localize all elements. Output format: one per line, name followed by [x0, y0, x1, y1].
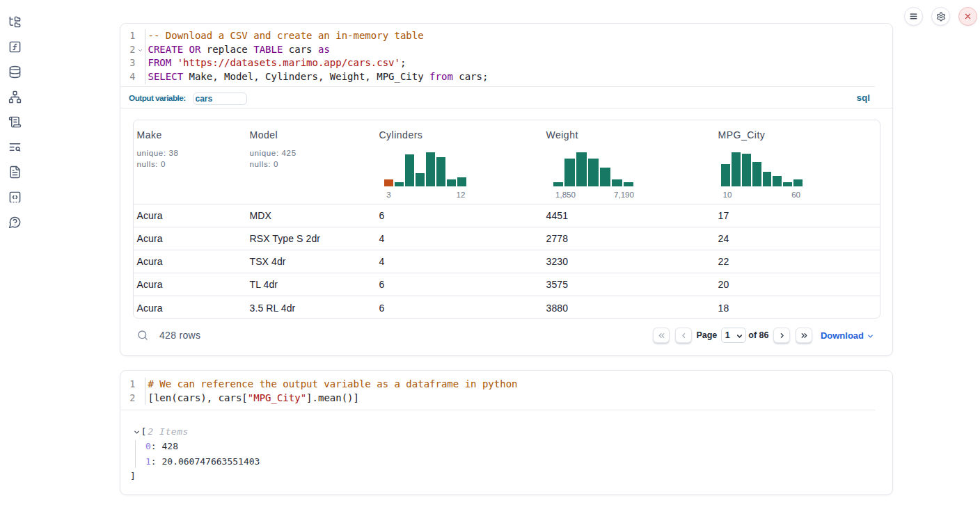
- table-row[interactable]: Acura3.5 RL 4dr6388018: [134, 296, 880, 319]
- tree-item-value: : 20.060747663551403: [151, 456, 260, 467]
- gear-icon: [936, 12, 946, 22]
- code-editor-python[interactable]: 1# We can reference the output variable …: [120, 371, 892, 410]
- code-line: 2[len(cars), cars["MPG_City"].mean()]: [120, 392, 892, 405]
- code-line: 2CREATE OR replace TABLE cars as: [120, 43, 892, 57]
- table-cell: TL 4dr: [246, 279, 376, 290]
- column-header-Cylinders[interactable]: Cylinders312: [376, 120, 543, 204]
- table-cell: 20: [715, 279, 880, 290]
- code-text: SELECT Make, Model, Cylinders, Weight, M…: [145, 70, 489, 84]
- code-line: 1-- Download a CSV and create an in-memo…: [120, 29, 892, 43]
- notebook-cell-sql: 1-- Download a CSV and create an in-memo…: [120, 23, 893, 356]
- table-cell: 4451: [543, 210, 715, 221]
- search-icon[interactable]: [137, 330, 148, 341]
- histogram-bar: [600, 168, 610, 186]
- table-cell: Acura: [134, 303, 246, 314]
- row-count: 428 rows: [159, 330, 200, 341]
- code-output-divider: [120, 410, 875, 410]
- tree-item: 1: 20.060747663551403: [120, 454, 892, 469]
- tree-root-row[interactable]: [2 Items: [120, 424, 892, 439]
- gutter-fold-area: [136, 70, 145, 84]
- histogram-bar: [752, 162, 761, 186]
- sidebar-item-file-explorer[interactable]: [8, 15, 22, 29]
- table-cell: Acura: [134, 233, 246, 244]
- sidebar-item-logs[interactable]: [8, 115, 22, 129]
- sidebar-item-documentation[interactable]: [8, 166, 22, 179]
- code-editor-sql[interactable]: 1-- Download a CSV and create an in-memo…: [120, 24, 892, 89]
- table-row[interactable]: AcuraRSX Type S 2dr4277824: [134, 227, 880, 250]
- histogram-bar: [384, 179, 393, 186]
- network-icon: [8, 90, 22, 104]
- table-cell: 6: [376, 210, 543, 221]
- tree-item-index: 1: [145, 456, 151, 467]
- chevron-down-icon[interactable]: [133, 428, 141, 436]
- sidebar-item-data-sources[interactable]: [8, 65, 22, 79]
- table-cell: 17: [715, 210, 880, 221]
- download-button[interactable]: Download: [821, 330, 874, 341]
- table-row[interactable]: AcuraTL 4dr6357520: [134, 273, 880, 296]
- table-body: AcuraMDX6445117AcuraRSX Type S 2dr427782…: [134, 204, 880, 319]
- histogram-bar: [783, 182, 792, 186]
- folder-tree-icon: [8, 15, 22, 29]
- gutter-fold-area: [136, 392, 145, 405]
- axis-max-label: 60: [791, 190, 800, 199]
- table-footer: 428 rows Page 1 of 86 Download: [133, 324, 880, 346]
- prev-page-button[interactable]: [675, 328, 692, 343]
- axis-min-label: 3: [386, 190, 390, 199]
- gutter-fold-area: [136, 378, 145, 392]
- settings-button[interactable]: [931, 7, 950, 26]
- tree-item-index: 0: [145, 441, 151, 451]
- language-badge[interactable]: sql: [856, 93, 870, 102]
- histogram-bar: [793, 179, 803, 186]
- column-header-Model[interactable]: Modelunique: 425nulls: 0: [246, 120, 376, 204]
- page-select[interactable]: 1: [721, 328, 746, 343]
- column-histogram[interactable]: [384, 152, 468, 186]
- column-name: Model: [250, 129, 371, 140]
- output-variable-input[interactable]: [193, 92, 247, 105]
- chevron-down-icon: [867, 332, 874, 340]
- axis-min-label: 10: [723, 190, 732, 199]
- code-text: -- Download a CSV and create an in-memor…: [145, 29, 424, 43]
- column-header-Make[interactable]: Makeunique: 38nulls: 0: [134, 120, 246, 204]
- tree-close-bracket: ]: [120, 469, 892, 483]
- last-page-button[interactable]: [796, 328, 812, 343]
- notebook-cell-python: 1# We can reference the output variable …: [120, 370, 893, 495]
- sidebar-item-dependency-graph[interactable]: [8, 90, 22, 104]
- table-cell: 3880: [543, 303, 715, 314]
- column-histogram[interactable]: [553, 152, 635, 186]
- table-cell: 24: [715, 233, 880, 244]
- table-cell: 6: [376, 303, 543, 314]
- column-histogram[interactable]: [721, 152, 804, 186]
- histogram-bar: [436, 157, 445, 186]
- table-cell: 2778: [543, 233, 715, 244]
- tree-item: 0: 428: [120, 439, 892, 453]
- histogram-bar: [773, 176, 782, 186]
- shutdown-button[interactable]: [958, 7, 977, 26]
- sidebar-item-variables[interactable]: [8, 40, 22, 54]
- download-label: Download: [821, 330, 864, 341]
- gutter-fold-area: [136, 56, 145, 70]
- table-row[interactable]: AcuraMDX6445117: [134, 204, 880, 227]
- scroll-text-icon: [8, 115, 22, 129]
- notebook-menu-button[interactable]: [904, 7, 923, 26]
- table-row[interactable]: AcuraTSX 4dr4323022: [134, 250, 880, 273]
- sidebar-item-help[interactable]: [8, 216, 22, 230]
- table-cell: TSX 4dr: [246, 256, 376, 267]
- first-page-button[interactable]: [653, 328, 670, 343]
- next-page-button[interactable]: [773, 328, 790, 343]
- histogram-bar: [416, 173, 425, 186]
- column-header-MPG_City[interactable]: MPG_City1060: [715, 120, 880, 204]
- table-cell: RSX Type S 2dr: [246, 233, 376, 244]
- histogram-bar: [447, 179, 456, 186]
- tree-items-count: 2 Items: [148, 426, 189, 437]
- histogram-bar: [405, 154, 414, 186]
- fold-chevron-icon[interactable]: [137, 47, 143, 54]
- close-icon: [963, 12, 972, 21]
- chevrons-right-icon: [800, 331, 809, 340]
- sidebar-item-scratchpad-search[interactable]: [8, 140, 22, 154]
- table-cell: 3.5 RL 4dr: [246, 303, 376, 314]
- sidebar-item-snippets[interactable]: [8, 191, 22, 204]
- column-header-Weight[interactable]: Weight1,8507,190: [543, 120, 715, 204]
- histogram-bar: [732, 152, 741, 186]
- page-label: Page: [696, 330, 717, 340]
- table-cell: MDX: [246, 210, 376, 221]
